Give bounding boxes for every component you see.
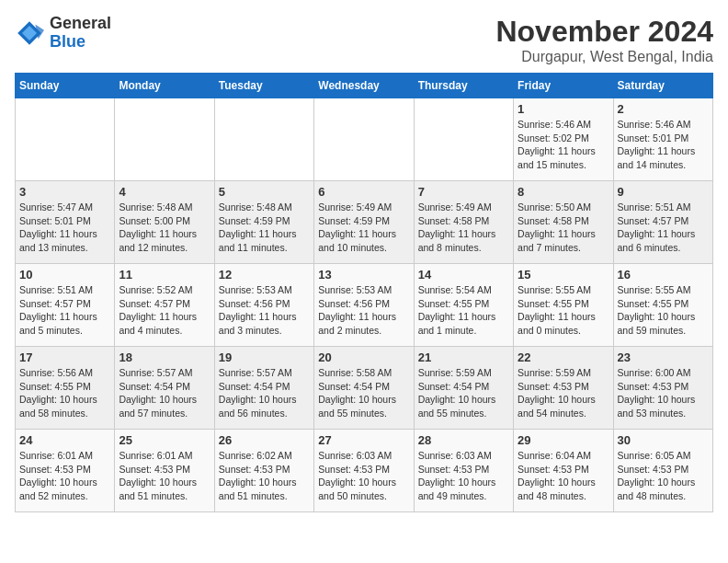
day-cell: 13Sunrise: 5:53 AM Sunset: 4:56 PM Dayli…: [314, 264, 414, 347]
day-detail: Sunrise: 5:52 AM Sunset: 4:57 PM Dayligh…: [119, 283, 210, 338]
day-detail: Sunrise: 5:59 AM Sunset: 4:53 PM Dayligh…: [518, 366, 609, 420]
logo-text: General Blue: [50, 15, 111, 52]
day-number: 14: [418, 268, 509, 282]
day-number: 9: [618, 185, 709, 199]
header-monday: Monday: [115, 74, 214, 98]
day-number: 19: [219, 350, 310, 364]
day-number: 24: [19, 433, 110, 447]
day-detail: Sunrise: 6:02 AM Sunset: 4:53 PM Dayligh…: [219, 449, 310, 503]
day-detail: Sunrise: 6:01 AM Sunset: 4:53 PM Dayligh…: [19, 449, 110, 503]
day-number: 30: [618, 433, 709, 447]
day-number: 5: [219, 185, 310, 199]
day-number: 23: [618, 350, 709, 364]
day-number: 15: [518, 268, 609, 282]
day-number: 6: [318, 185, 409, 199]
day-cell: 2Sunrise: 5:46 AM Sunset: 5:01 PM Daylig…: [613, 98, 712, 181]
location: Durgapur, West Bengal, India: [495, 49, 713, 65]
day-cell: 11Sunrise: 5:52 AM Sunset: 4:57 PM Dayli…: [115, 264, 214, 347]
day-cell: [16, 98, 115, 181]
day-cell: 14Sunrise: 5:54 AM Sunset: 4:55 PM Dayli…: [414, 264, 513, 347]
day-cell: 9Sunrise: 5:51 AM Sunset: 4:57 PM Daylig…: [613, 181, 712, 264]
day-number: 21: [418, 350, 509, 364]
calendar-header: SundayMondayTuesdayWednesdayThursdayFrid…: [16, 74, 713, 98]
week-row-4: 24Sunrise: 6:01 AM Sunset: 4:53 PM Dayli…: [16, 430, 713, 512]
day-cell: [115, 98, 214, 181]
header-row: SundayMondayTuesdayWednesdayThursdayFrid…: [16, 74, 713, 98]
day-detail: Sunrise: 5:46 AM Sunset: 5:01 PM Dayligh…: [618, 118, 709, 172]
day-cell: 18Sunrise: 5:57 AM Sunset: 4:54 PM Dayli…: [115, 347, 214, 430]
day-detail: Sunrise: 5:53 AM Sunset: 4:56 PM Dayligh…: [318, 283, 409, 338]
day-number: 27: [318, 433, 409, 447]
day-detail: Sunrise: 5:50 AM Sunset: 4:58 PM Dayligh…: [518, 201, 609, 255]
day-number: 1: [518, 102, 609, 116]
day-cell: 23Sunrise: 6:00 AM Sunset: 4:53 PM Dayli…: [613, 347, 712, 430]
day-detail: Sunrise: 5:59 AM Sunset: 4:54 PM Dayligh…: [418, 366, 509, 420]
day-detail: Sunrise: 5:48 AM Sunset: 4:59 PM Dayligh…: [219, 201, 310, 255]
day-number: 18: [119, 350, 210, 364]
day-number: 7: [418, 185, 509, 199]
day-cell: 29Sunrise: 6:04 AM Sunset: 4:53 PM Dayli…: [514, 430, 613, 512]
day-cell: 20Sunrise: 5:58 AM Sunset: 4:54 PM Dayli…: [314, 347, 414, 430]
day-cell: 17Sunrise: 5:56 AM Sunset: 4:55 PM Dayli…: [16, 347, 115, 430]
header: General Blue November 2024 Durgapur, Wes…: [15, 15, 713, 65]
day-cell: [214, 98, 313, 181]
day-number: 8: [518, 185, 609, 199]
day-number: 20: [318, 350, 409, 364]
day-number: 12: [219, 268, 310, 282]
header-thursday: Thursday: [414, 74, 513, 98]
day-detail: Sunrise: 6:05 AM Sunset: 4:53 PM Dayligh…: [618, 449, 709, 503]
day-cell: 6Sunrise: 5:49 AM Sunset: 4:59 PM Daylig…: [314, 181, 414, 264]
day-cell: 7Sunrise: 5:49 AM Sunset: 4:58 PM Daylig…: [414, 181, 513, 264]
day-cell: [314, 98, 414, 181]
day-cell: 28Sunrise: 6:03 AM Sunset: 4:53 PM Dayli…: [414, 430, 513, 512]
day-number: 4: [119, 185, 210, 199]
day-cell: 30Sunrise: 6:05 AM Sunset: 4:53 PM Dayli…: [613, 430, 712, 512]
day-detail: Sunrise: 5:53 AM Sunset: 4:56 PM Dayligh…: [219, 283, 310, 338]
day-detail: Sunrise: 5:54 AM Sunset: 4:55 PM Dayligh…: [418, 283, 509, 338]
day-cell: 21Sunrise: 5:59 AM Sunset: 4:54 PM Dayli…: [414, 347, 513, 430]
logo-icon: [15, 18, 44, 48]
title-area: November 2024 Durgapur, West Bengal, Ind…: [495, 15, 713, 65]
header-sunday: Sunday: [16, 74, 115, 98]
header-saturday: Saturday: [613, 74, 712, 98]
day-detail: Sunrise: 5:57 AM Sunset: 4:54 PM Dayligh…: [119, 366, 210, 420]
day-number: 17: [19, 350, 110, 364]
day-number: 26: [219, 433, 310, 447]
day-number: 11: [119, 268, 210, 282]
day-cell: 22Sunrise: 5:59 AM Sunset: 4:53 PM Dayli…: [514, 347, 613, 430]
header-friday: Friday: [514, 74, 613, 98]
day-detail: Sunrise: 5:47 AM Sunset: 5:01 PM Dayligh…: [19, 201, 110, 255]
day-detail: Sunrise: 5:51 AM Sunset: 4:57 PM Dayligh…: [19, 283, 110, 338]
day-detail: Sunrise: 5:55 AM Sunset: 4:55 PM Dayligh…: [518, 283, 609, 338]
day-number: 10: [19, 268, 110, 282]
day-detail: Sunrise: 6:04 AM Sunset: 4:53 PM Dayligh…: [518, 449, 609, 503]
day-detail: Sunrise: 5:46 AM Sunset: 5:02 PM Dayligh…: [518, 118, 609, 172]
day-detail: Sunrise: 5:57 AM Sunset: 4:54 PM Dayligh…: [219, 366, 310, 420]
day-number: 28: [418, 433, 509, 447]
calendar-body: 1Sunrise: 5:46 AM Sunset: 5:02 PM Daylig…: [16, 98, 713, 512]
week-row-2: 10Sunrise: 5:51 AM Sunset: 4:57 PM Dayli…: [16, 264, 713, 347]
day-detail: Sunrise: 5:48 AM Sunset: 5:00 PM Dayligh…: [119, 201, 210, 255]
day-number: 3: [19, 185, 110, 199]
day-number: 25: [119, 433, 210, 447]
day-cell: 24Sunrise: 6:01 AM Sunset: 4:53 PM Dayli…: [16, 430, 115, 512]
week-row-3: 17Sunrise: 5:56 AM Sunset: 4:55 PM Dayli…: [16, 347, 713, 430]
day-cell: 26Sunrise: 6:02 AM Sunset: 4:53 PM Dayli…: [214, 430, 313, 512]
day-number: 2: [618, 102, 709, 116]
header-tuesday: Tuesday: [214, 74, 313, 98]
day-number: 22: [518, 350, 609, 364]
day-detail: Sunrise: 5:55 AM Sunset: 4:55 PM Dayligh…: [618, 283, 709, 338]
day-detail: Sunrise: 5:49 AM Sunset: 4:59 PM Dayligh…: [318, 201, 409, 255]
month-title: November 2024: [495, 15, 713, 49]
day-detail: Sunrise: 6:03 AM Sunset: 4:53 PM Dayligh…: [418, 449, 509, 503]
day-number: 16: [618, 268, 709, 282]
logo: General Blue: [15, 15, 111, 52]
day-cell: 3Sunrise: 5:47 AM Sunset: 5:01 PM Daylig…: [16, 181, 115, 264]
week-row-0: 1Sunrise: 5:46 AM Sunset: 5:02 PM Daylig…: [16, 98, 713, 181]
day-cell: 10Sunrise: 5:51 AM Sunset: 4:57 PM Dayli…: [16, 264, 115, 347]
day-detail: Sunrise: 5:58 AM Sunset: 4:54 PM Dayligh…: [318, 366, 409, 420]
day-detail: Sunrise: 6:00 AM Sunset: 4:53 PM Dayligh…: [618, 366, 709, 420]
header-wednesday: Wednesday: [314, 74, 414, 98]
day-cell: 1Sunrise: 5:46 AM Sunset: 5:02 PM Daylig…: [514, 98, 613, 181]
day-cell: 27Sunrise: 6:03 AM Sunset: 4:53 PM Dayli…: [314, 430, 414, 512]
